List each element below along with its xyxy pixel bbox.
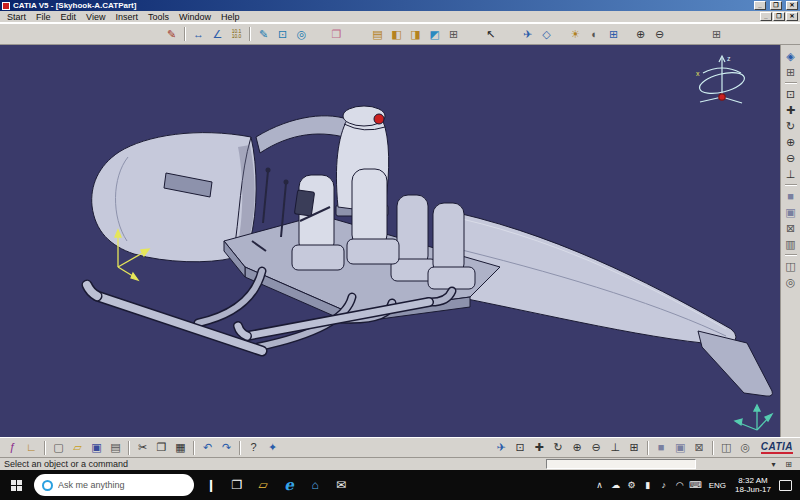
iso-view-icon[interactable]: ◈ [783, 48, 799, 64]
child-minimize-button[interactable]: _ [760, 12, 772, 21]
zoom-out-icon[interactable]: ⊖ [588, 439, 605, 456]
child-restore-button[interactable]: ❒ [773, 12, 785, 21]
menu-view[interactable]: View [81, 12, 110, 22]
open-file-icon[interactable]: ▱ [69, 439, 86, 456]
hidden-icons-chevron[interactable]: ∧ [592, 474, 608, 496]
hidden-line-icon[interactable]: ▥ [783, 236, 799, 252]
wireframe-icon[interactable]: ⊠ [783, 220, 799, 236]
shading-edges-icon[interactable]: ▣ [783, 204, 799, 220]
pan-icon[interactable]: ✚ [783, 102, 799, 118]
menu-window[interactable]: Window [174, 12, 216, 22]
zoom-in-icon[interactable]: ⊕ [569, 439, 586, 456]
save-icon[interactable]: ▣ [88, 439, 105, 456]
cut-icon[interactable]: ✂ [134, 439, 151, 456]
multi-view-icon[interactable]: ⊞ [783, 64, 799, 80]
more-tools-icon[interactable]: ⊞ [708, 26, 725, 43]
keyboard-icon[interactable]: ⌨ [688, 474, 704, 496]
menu-tools[interactable]: Tools [143, 12, 174, 22]
zoom-in-icon[interactable]: ⊕ [783, 134, 799, 150]
battery-icon[interactable]: ▮ [640, 474, 656, 496]
close-button[interactable]: ✕ [786, 1, 798, 10]
shading-edges-icon[interactable]: ▣ [672, 439, 689, 456]
menu-file[interactable]: File [31, 12, 56, 22]
menu-edit[interactable]: Edit [56, 12, 82, 22]
fit-all-in-icon[interactable]: ⊡ [512, 439, 529, 456]
hide-show-icon[interactable]: ◫ [783, 258, 799, 274]
photo-studio-icon[interactable]: ◧ [388, 26, 405, 43]
zoom-in-icon[interactable]: ⊕ [632, 26, 649, 43]
cortana-search[interactable]: Ask me anything [34, 474, 194, 496]
child-close-button[interactable]: ✕ [786, 12, 798, 21]
helicopter-model[interactable]: z x [0, 45, 780, 437]
shading-icon[interactable]: ■ [783, 188, 799, 204]
print-icon[interactable]: ▤ [107, 439, 124, 456]
file-explorer-icon[interactable]: ▱ [250, 472, 276, 498]
swap-visible-space-icon[interactable]: ◎ [737, 439, 754, 456]
paste-icon[interactable]: ▦ [172, 439, 189, 456]
shaft-icon[interactable]: ◎ [293, 26, 310, 43]
normal-view-icon[interactable]: ⊥ [607, 439, 624, 456]
edge-icon[interactable]: e [276, 472, 302, 498]
knowledge-formula-icon[interactable]: ƒ [4, 439, 21, 456]
taskbar-clock[interactable]: 8:32 AM 18-Jun-17 [731, 476, 775, 494]
network-icon[interactable]: ◠ [672, 474, 688, 496]
action-center-icon[interactable] [779, 480, 792, 491]
depth-effect-icon[interactable]: ◐ [586, 26, 603, 43]
3d-viewport[interactable]: z x [0, 45, 780, 437]
measure-between-icon[interactable]: ↔ [190, 26, 207, 43]
select-icon[interactable]: ↖ [482, 26, 499, 43]
fly-mode-icon[interactable]: ✈ [519, 26, 536, 43]
zoom-out-icon[interactable]: ⊖ [783, 150, 799, 166]
normal-view-icon[interactable]: ⊥ [783, 166, 799, 182]
light-effect-icon[interactable]: ☀ [567, 26, 584, 43]
volume-icon[interactable]: ♪ [656, 474, 672, 496]
menu-start[interactable]: Start [2, 12, 31, 22]
grid-icon[interactable]: ⊞ [605, 26, 622, 43]
rotate-icon[interactable]: ↻ [783, 118, 799, 134]
onedrive-icon[interactable]: ☁ [608, 474, 624, 496]
fly-icon[interactable]: ✈ [493, 439, 510, 456]
render-icon[interactable]: ◨ [407, 26, 424, 43]
examine-mode-icon[interactable]: ◇ [538, 26, 555, 43]
help-icon[interactable]: ? [245, 439, 262, 456]
store-icon[interactable]: ⌂ [302, 472, 328, 498]
redo-icon[interactable]: ↷ [218, 439, 235, 456]
power-input-toggle-icon[interactable]: ⊞ [782, 459, 795, 470]
measure-readout-icon[interactable]: 10.110.0 [228, 26, 245, 43]
menu-help[interactable]: Help [216, 12, 245, 22]
undo-icon[interactable]: ↶ [199, 439, 216, 456]
dialog-expand-icon[interactable]: ▾ [767, 459, 780, 470]
task-view-icon[interactable]: ❐ [224, 472, 250, 498]
wireframe-icon[interactable]: ⊠ [691, 439, 708, 456]
axis-system-icon[interactable]: ∟ [23, 439, 40, 456]
language-indicator[interactable]: ENG [704, 481, 731, 490]
shading-icon[interactable]: ■ [653, 439, 670, 456]
fit-all-icon[interactable]: ⊡ [783, 86, 799, 102]
rotate-icon[interactable]: ↻ [550, 439, 567, 456]
swap-space-icon[interactable]: ◎ [783, 274, 799, 290]
mail-icon[interactable]: ✉ [328, 472, 354, 498]
sketcher-icon[interactable]: ✎ [255, 26, 272, 43]
settings-tray-icon[interactable]: ⚙ [624, 474, 640, 496]
create-views-icon[interactable]: ⊞ [626, 439, 643, 456]
catia-app-icon[interactable] [2, 2, 10, 10]
maximize-button[interactable]: ❒ [770, 1, 782, 10]
graph-tree-icon[interactable]: ⊞ [445, 26, 462, 43]
minimize-button[interactable]: _ [754, 1, 766, 10]
power-input-field[interactable] [546, 459, 696, 469]
cortana-mic-icon[interactable]: ❙ [198, 472, 224, 498]
view-compass[interactable]: z x [696, 55, 746, 103]
pan-icon[interactable]: ✚ [531, 439, 548, 456]
measure-item-icon[interactable]: ∠ [209, 26, 226, 43]
copy-icon[interactable]: ❐ [153, 439, 170, 456]
apply-material-icon[interactable]: ◩ [426, 26, 443, 43]
start-button[interactable] [2, 471, 30, 499]
hide-show-icon[interactable]: ◫ [718, 439, 735, 456]
hyperlink-icon[interactable]: ✦ [264, 439, 281, 456]
new-file-icon[interactable]: ▢ [50, 439, 67, 456]
paint-properties-icon[interactable]: ✎ [163, 26, 180, 43]
pad-icon[interactable]: ⊡ [274, 26, 291, 43]
zoom-out-icon[interactable]: ⊖ [651, 26, 668, 43]
menu-insert[interactable]: Insert [110, 12, 143, 22]
eraser-icon[interactable]: ❐ [328, 26, 345, 43]
